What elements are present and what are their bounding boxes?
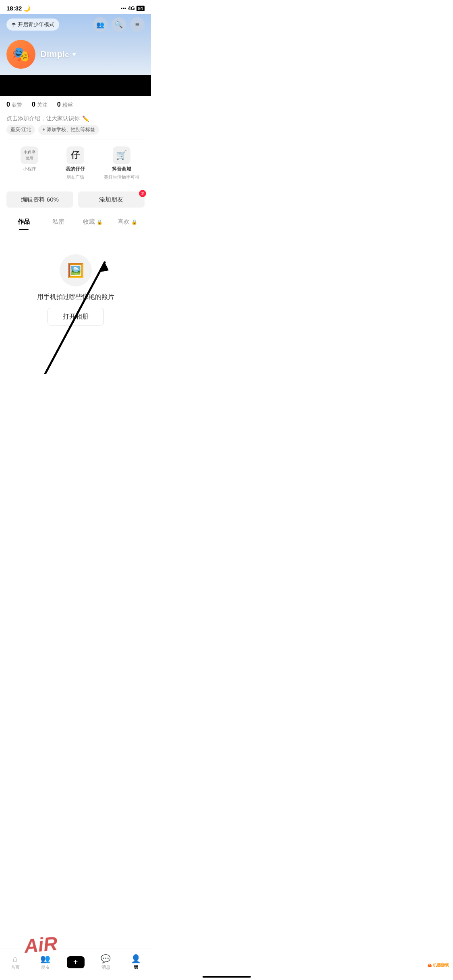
- youth-mode-icon: ☂: [11, 22, 16, 28]
- edit-profile-button[interactable]: 编辑资料 60%: [6, 191, 73, 208]
- stat-following-count: 0: [6, 101, 10, 108]
- empty-title: 用手机拍过哪些惊艳的照片: [37, 293, 114, 301]
- mini-program-label: 小程序: [23, 166, 36, 172]
- empty-state: 🖼️ 用手机拍过哪些惊艳的照片 打开相册: [0, 230, 151, 342]
- likes-lock-icon: 🔒: [131, 219, 137, 225]
- stat-following[interactable]: 0 获赞: [6, 101, 22, 109]
- location-tag[interactable]: 重庆·江北: [6, 125, 35, 135]
- mini-program-sublabel: 使用: [26, 156, 33, 161]
- top-icon-group: 👥 🔍 ≡: [93, 17, 145, 32]
- tab-likes-label: 喜欢: [118, 218, 130, 226]
- wazi-sublabel: 朋友广场: [66, 174, 84, 180]
- username-dropdown-icon[interactable]: ▼: [71, 51, 77, 58]
- wazi-char-icon: 仔: [71, 149, 80, 161]
- signal-icon: ▪▪▪: [121, 5, 126, 11]
- bio-text: 点击添加介绍，让大家认识你: [6, 115, 80, 122]
- profile-header: ☂ 开启青少年模式 👥 🔍 ≡ 🎭 Di: [0, 14, 151, 96]
- photo-icon: 🖼️: [67, 262, 84, 278]
- menu-icon-button[interactable]: ≡: [130, 17, 145, 32]
- stats-row: 0 获赞 0 关注 0 粉丝: [0, 96, 151, 112]
- add-friend-button[interactable]: 添加朋友 2: [78, 191, 145, 208]
- search-icon-button[interactable]: 🔍: [112, 17, 126, 32]
- shop-cart-icon: 🛒: [116, 150, 127, 161]
- battery-indicator: 84: [137, 6, 145, 11]
- tab-works-label: 作品: [18, 218, 30, 226]
- friends-icon-button[interactable]: 👥: [93, 17, 108, 32]
- tab-favorites-label: 收藏: [83, 218, 95, 226]
- friends-icon: 👥: [96, 21, 104, 29]
- wazi-label: 我的仔仔: [66, 166, 85, 173]
- quick-access-row: 小程序 使用 小程序 仔 我的仔仔 朋友广场 🛒 抖音商城 美好生活触手可得: [6, 140, 145, 187]
- stat-followers-count: 0: [32, 101, 35, 108]
- moon-icon: 🌙: [23, 5, 30, 12]
- avatar[interactable]: 🎭: [6, 40, 35, 69]
- search-icon: 🔍: [115, 21, 123, 29]
- stat-likes-label: 粉丝: [62, 101, 73, 109]
- profile-name-row: Dimple ▼: [40, 49, 77, 60]
- stat-followers-label: 关注: [37, 101, 48, 109]
- mini-program-icon-wrap: 小程序 使用: [21, 146, 38, 164]
- bio-row[interactable]: 点击添加介绍，让大家认识你 ✏️: [6, 112, 145, 125]
- wazi-icon-wrap: 仔: [66, 146, 84, 164]
- tab-likes[interactable]: 喜欢 🔒: [110, 214, 145, 230]
- tab-works[interactable]: 作品: [6, 214, 41, 230]
- stat-followers[interactable]: 0 关注: [32, 101, 48, 109]
- add-tag-button[interactable]: + 添加学校、性别等标签: [38, 125, 99, 135]
- tab-private-label: 私密: [52, 218, 64, 226]
- status-time: 18:32: [6, 5, 22, 12]
- shop-icon-wrap: 🛒: [113, 146, 130, 164]
- network-label: 4G: [128, 5, 134, 11]
- bio-edit-icon[interactable]: ✏️: [82, 115, 89, 122]
- wazi-item[interactable]: 仔 我的仔仔 朋友广场: [52, 143, 98, 183]
- tab-favorites[interactable]: 收藏 🔒: [76, 214, 110, 230]
- stat-likes-count: 0: [57, 101, 61, 108]
- open-album-button[interactable]: 打开相册: [48, 308, 104, 325]
- menu-icon: ≡: [135, 21, 140, 29]
- mini-program-icon: 小程序: [23, 150, 35, 155]
- stat-following-label: 获赞: [12, 101, 22, 109]
- shop-sublabel: 美好生活触手可得: [104, 174, 139, 180]
- open-album-label: 打开相册: [63, 313, 89, 320]
- top-bar: ☂ 开启青少年模式 👥 🔍 ≡: [6, 14, 145, 37]
- avatar-image: 🎭: [12, 46, 30, 63]
- status-bar: 18:32 🌙 ▪▪▪ 4G 84: [0, 0, 151, 14]
- profile-section: 🎭 Dimple ▼: [6, 37, 145, 75]
- action-buttons-row: 编辑资料 60% 添加朋友 2: [6, 187, 145, 212]
- status-icons: ▪▪▪ 4G 84: [121, 5, 145, 11]
- empty-icon-wrap: 🖼️: [60, 254, 92, 286]
- add-friend-badge: 2: [139, 190, 146, 197]
- edit-profile-label: 编辑资料 60%: [21, 196, 59, 204]
- redacted-info-bar: [0, 75, 151, 96]
- tab-private[interactable]: 私密: [41, 214, 76, 230]
- profile-username: Dimple: [40, 49, 69, 60]
- shop-label: 抖音商城: [112, 166, 131, 173]
- favorites-lock-icon: 🔒: [97, 219, 103, 225]
- add-friend-label: 添加朋友: [99, 196, 123, 204]
- mini-program-item[interactable]: 小程序 使用 小程序: [6, 143, 52, 183]
- youth-mode-button[interactable]: ☂ 开启青少年模式: [6, 19, 59, 31]
- content-tabs: 作品 私密 收藏 🔒 喜欢 🔒: [6, 214, 145, 230]
- stat-likes[interactable]: 0 粉丝: [57, 101, 73, 109]
- shop-item[interactable]: 🛒 抖音商城 美好生活触手可得: [99, 143, 145, 183]
- tags-row: 重庆·江北 + 添加学校、性别等标签: [6, 125, 145, 140]
- main-content: 点击添加介绍，让大家认识你 ✏️ 重庆·江北 + 添加学校、性别等标签 小程序 …: [0, 112, 151, 230]
- youth-mode-label: 开启青少年模式: [18, 21, 54, 28]
- empty-state-container: 🖼️ 用手机拍过哪些惊艳的照片 打开相册: [0, 230, 151, 342]
